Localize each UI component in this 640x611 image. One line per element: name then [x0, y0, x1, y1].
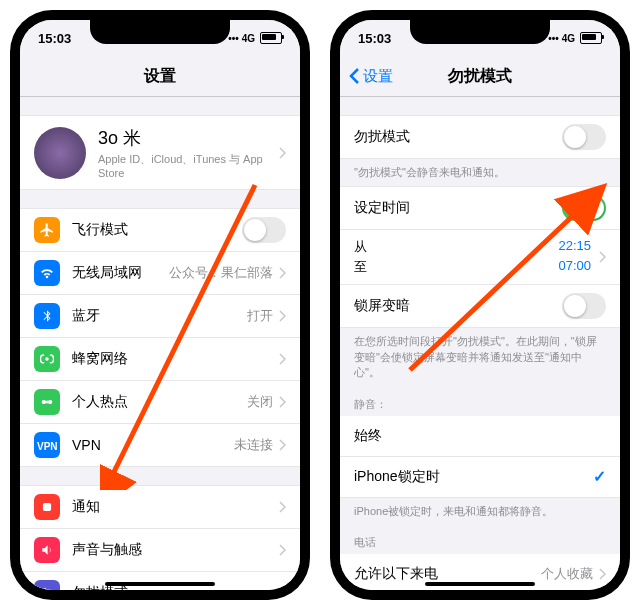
vpn-icon: VPN: [34, 432, 60, 458]
apple-id-cell[interactable]: 3o 米 Apple ID、iCloud、iTunes 与 App Store: [20, 115, 300, 190]
chevron-right-icon: [599, 251, 606, 263]
chevron-right-icon: [279, 396, 286, 408]
toggle[interactable]: [242, 217, 286, 243]
page-title: 设置: [144, 66, 176, 87]
chevron-right-icon: [279, 544, 286, 556]
chevron-right-icon: [279, 310, 286, 322]
chevron-right-icon: [279, 501, 286, 513]
settings-notif-cell[interactable]: 通知: [20, 485, 300, 529]
settings-bt-cell[interactable]: 蓝牙打开: [20, 295, 300, 338]
dim-cell[interactable]: 锁屏变暗: [340, 285, 620, 328]
dnd-toggle[interactable]: [562, 124, 606, 150]
dim-toggle[interactable]: [562, 293, 606, 319]
cell-icon: [34, 346, 60, 372]
profile-name: 3o 米: [98, 126, 279, 150]
chevron-right-icon: [279, 147, 286, 159]
dnd-icon: [34, 580, 60, 590]
bt-icon: [34, 303, 60, 329]
dnd-cell[interactable]: 勿扰模式: [340, 115, 620, 159]
nav-bar: 设置 勿扰模式: [340, 56, 620, 97]
schedule-toggle[interactable]: [562, 195, 606, 221]
airplane-icon: [34, 217, 60, 243]
settings-cell-cell[interactable]: 蜂窝网络: [20, 338, 300, 381]
chevron-right-icon: [279, 267, 286, 279]
settings-sound-cell[interactable]: 声音与触感: [20, 529, 300, 572]
settings-wifi-cell[interactable]: 无线局域网公众号：果仁部落: [20, 252, 300, 295]
schedule-time-cell[interactable]: 从22:15 至07:00: [340, 230, 620, 285]
settings-hotspot-cell[interactable]: 个人热点关闭: [20, 381, 300, 424]
wifi-icon: [34, 260, 60, 286]
hotspot-icon: [34, 389, 60, 415]
sound-icon: [34, 537, 60, 563]
schedule-cell[interactable]: 设定时间: [340, 186, 620, 230]
notif-icon: [34, 494, 60, 520]
checkmark-icon: ✓: [593, 467, 606, 486]
settings-dnd-cell[interactable]: 勿扰模式: [20, 572, 300, 590]
back-button[interactable]: 设置: [348, 67, 393, 86]
settings-airplane-cell[interactable]: 飞行模式: [20, 208, 300, 252]
status-time: 15:03: [358, 31, 391, 46]
chevron-right-icon: [599, 568, 606, 580]
chevron-right-icon: [279, 587, 286, 590]
status-time: 15:03: [38, 31, 71, 46]
phone-left: 15:03 •••4G 设置 3o 米 Apple ID、iCloud、iTun…: [10, 10, 310, 600]
profile-sub: Apple ID、iCloud、iTunes 与 App Store: [98, 152, 279, 179]
page-title: 勿扰模式: [448, 66, 512, 87]
svg-text:VPN: VPN: [37, 441, 58, 452]
chevron-right-icon: [279, 439, 286, 451]
svg-rect-2: [44, 401, 51, 404]
phone-right: 15:03 •••4G 设置 勿扰模式 勿扰模式 "勿扰模式"会静音来电和通知。…: [330, 10, 630, 600]
silence-locked-cell[interactable]: iPhone锁定时✓: [340, 457, 620, 498]
settings-vpn-cell[interactable]: VPNVPN未连接: [20, 424, 300, 467]
avatar: [34, 127, 86, 179]
chevron-right-icon: [279, 353, 286, 365]
silence-always-cell[interactable]: 始终: [340, 416, 620, 457]
svg-rect-4: [43, 503, 51, 511]
nav-bar: 设置: [20, 56, 300, 97]
